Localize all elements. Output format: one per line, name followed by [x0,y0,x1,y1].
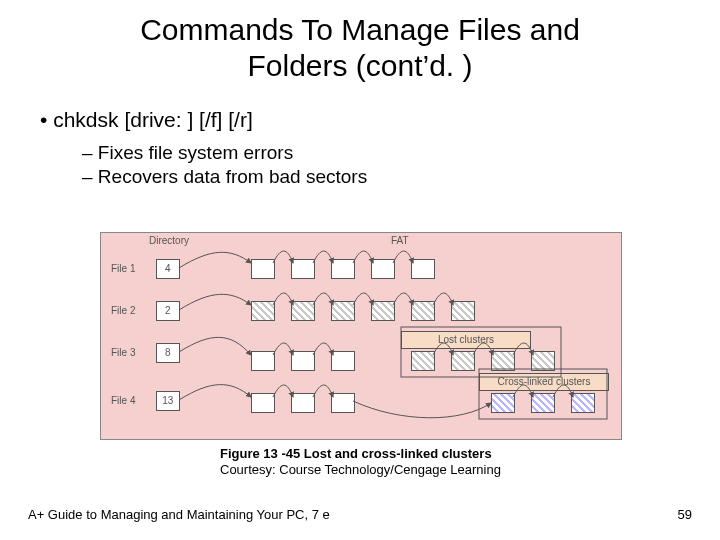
bullet-1-text: chkdsk [drive: ] [/f] [/r] [53,108,253,131]
bullet-level-2: Recovers data from bad sectors [82,166,680,188]
caption-line-1: Figure 13 -45 Lost and cross-linked clus… [220,446,492,461]
caption-line-2: Courtesy: Course Technology/Cengage Lear… [220,462,501,477]
title-line-1: Commands To Manage Files and [140,13,580,46]
bullet-level-2: Fixes file system errors [82,142,680,164]
slide-body: chkdsk [drive: ] [/f] [/r] Fixes file sy… [0,84,720,188]
footer-text: A+ Guide to Managing and Maintaining You… [28,507,330,522]
slide: Commands To Manage Files and Folders (co… [0,0,720,540]
bullet-2b-text: Recovers data from bad sectors [98,166,367,187]
title-line-2: Folders (cont’d. ) [247,49,472,82]
slide-title: Commands To Manage Files and Folders (co… [0,0,720,84]
bullet-level-1: chkdsk [drive: ] [/f] [/r] [40,108,680,132]
figure-diagram: Directory FAT File 1 4 File 2 2 File 3 8… [100,232,622,440]
arrows-svg [101,233,621,439]
figure-caption: Figure 13 -45 Lost and cross-linked clus… [220,446,501,479]
bullet-2a-text: Fixes file system errors [98,142,293,163]
page-number: 59 [678,507,692,522]
